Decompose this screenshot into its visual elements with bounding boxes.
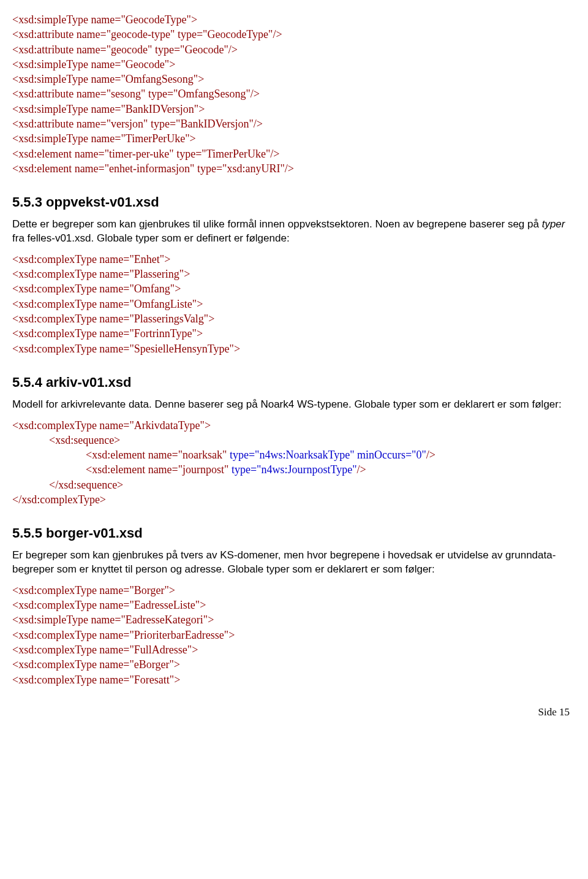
code-line: <xsd:attribute name="versjon" type="Bank…: [12, 116, 570, 131]
para-553-pre: Dette er begreper som kan gjenbrukes til…: [12, 218, 542, 230]
code-line: <xsd:element name="enhet-informasjon" ty…: [12, 161, 570, 176]
code-line: <xsd:attribute name="geocode-type" type=…: [12, 27, 570, 42]
code-block-2: <xsd:complexType name="Enhet"> <xsd:comp…: [12, 252, 570, 356]
code-part: minOccurs="0": [357, 449, 426, 461]
code-block-3: <xsd:complexType name="ArkivdataType"> <…: [12, 418, 570, 508]
code-line: <xsd:complexType name="EadresseListe">: [12, 598, 570, 612]
para-554: Modell for arkivrelevante data. Denne ba…: [12, 398, 570, 412]
code-line: </xsd:sequence>: [12, 478, 570, 492]
code-part: type="n4ws:NoarksakType": [230, 449, 357, 461]
code-line: <xsd:complexType name="Enhet">: [12, 252, 570, 267]
code-line: <xsd:simpleType name="Geocode">: [12, 57, 570, 72]
code-line: <xsd:simpleType name="OmfangSesong">: [12, 72, 570, 86]
code-line: <xsd:element name="noarksak" type="n4ws:…: [12, 447, 570, 462]
code-part: />: [357, 463, 366, 476]
code-line: <xsd:complexType name="FortrinnType">: [12, 326, 570, 341]
code-line: <xsd:simpleType name="EadresseKategori">: [12, 612, 570, 627]
page-number: Side 15: [12, 706, 570, 720]
code-line: <xsd:complexType name="FullAdresse">: [12, 642, 570, 657]
code-line: <xsd:complexType name="Borger">: [12, 583, 570, 598]
heading-553: 5.5.3 oppvekst-v01.xsd: [12, 193, 570, 211]
code-part: <xsd:element name="journpost": [86, 463, 232, 476]
heading-555: 5.5.5 borger-v01.xsd: [12, 524, 570, 542]
code-line: <xsd:simpleType name="BankIDVersjon">: [12, 102, 570, 116]
code-line: <xsd:simpleType name="GeocodeType">: [12, 12, 570, 27]
code-block-1: <xsd:simpleType name="GeocodeType"> <xsd…: [12, 12, 570, 176]
code-part: />: [426, 449, 435, 461]
code-line: <xsd:attribute name="geocode" type="Geoc…: [12, 42, 570, 57]
para-553-post: fra felles-v01.xsd. Globale typer som er…: [12, 232, 290, 244]
code-line: <xsd:sequence>: [12, 433, 570, 447]
code-line: <xsd:simpleType name="TimerPerUke">: [12, 131, 570, 146]
para-553-italic: typer: [542, 218, 565, 230]
code-line: <xsd:complexType name="SpesielleHensynTy…: [12, 341, 570, 356]
code-line: <xsd:element name="timer-per-uke" type="…: [12, 146, 570, 161]
code-line: <xsd:complexType name="OmfangListe">: [12, 297, 570, 311]
para-553: Dette er begreper som kan gjenbrukes til…: [12, 218, 570, 246]
code-line: <xsd:complexType name="Omfang">: [12, 281, 570, 296]
code-line: <xsd:attribute name="sesong" type="Omfan…: [12, 86, 570, 101]
code-line: </xsd:complexType>: [12, 492, 570, 507]
code-line: <xsd:complexType name="eBorger">: [12, 657, 570, 672]
code-part: type="n4ws:JournpostType": [232, 463, 357, 476]
code-block-4: <xsd:complexType name="Borger"> <xsd:com…: [12, 583, 570, 687]
heading-554: 5.5.4 arkiv-v01.xsd: [12, 373, 570, 392]
code-line: <xsd:complexType name="ArkivdataType">: [12, 418, 570, 433]
code-line: <xsd:complexType name="PlasseringsValg">: [12, 311, 570, 326]
para-555: Er begreper som kan gjenbrukes på tvers …: [12, 549, 570, 577]
code-line: <xsd:complexType name="PrioriterbarEadre…: [12, 628, 570, 642]
code-line: <xsd:element name="journpost" type="n4ws…: [12, 462, 570, 477]
code-part: <xsd:element name="noarksak": [86, 449, 230, 461]
code-line: <xsd:complexType name="Foresatt">: [12, 672, 570, 687]
code-line: <xsd:complexType name="Plassering">: [12, 267, 570, 281]
